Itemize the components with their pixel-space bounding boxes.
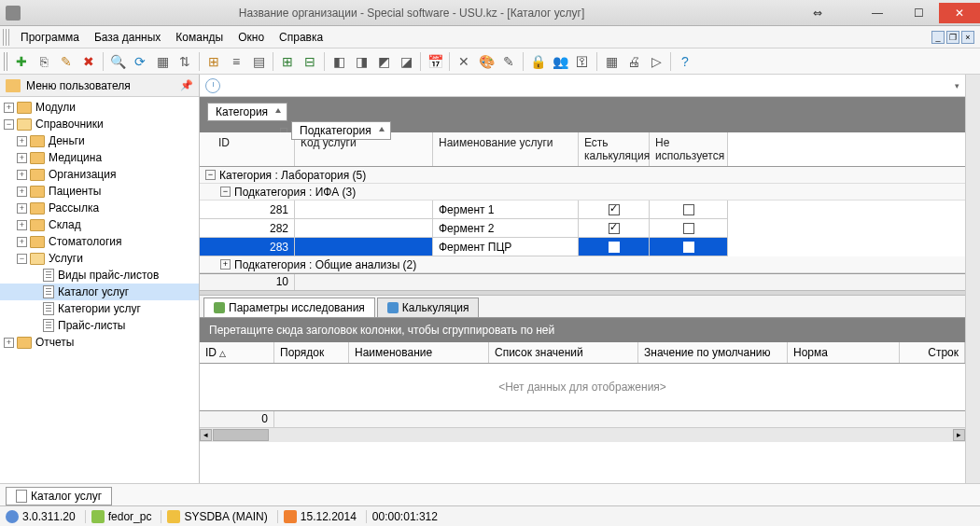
minimize-button[interactable]: — [857,3,898,23]
action2-button[interactable]: ◨ [351,51,371,72]
group-chip-category[interactable]: Категория [207,103,287,121]
add-button[interactable]: ✚ [11,51,32,72]
tree-services[interactable]: −Услуги [0,250,199,267]
col-calc[interactable]: Есть калькуляция [579,132,650,166]
doc-tab-catalog[interactable]: Каталог услуг [6,487,112,505]
tree-categories[interactable]: Категории услуг [0,300,199,317]
tree-patients[interactable]: +Пациенты [0,183,199,200]
tree-pricelists[interactable]: Прайс-листы [0,317,199,334]
action1-button[interactable]: ◧ [329,51,349,72]
col-unused[interactable]: Не используется [650,132,728,166]
dcol-order[interactable]: Порядок [274,342,349,363]
mdi-min-button[interactable]: _ [931,31,945,44]
data-row-selected[interactable]: 283 Фермент ПЦР [200,238,965,256]
checkbox-icon [609,223,620,234]
v-scrollbar[interactable] [965,75,980,483]
users-button[interactable]: 👥 [550,51,570,72]
sidebar-header: Меню пользователя 📌 [0,75,199,97]
params-icon [214,302,225,313]
tree-money[interactable]: +Деньги [0,132,199,149]
export-xls-button[interactable]: ⊞ [277,51,298,72]
dcol-id[interactable]: ID △ [200,342,274,363]
tree-price-types[interactable]: Виды прайс-листов [0,267,199,284]
key-button[interactable]: ⚿ [572,51,593,72]
col-id[interactable]: ID [200,132,295,166]
mdi-restore-button[interactable]: ❐ [946,31,959,44]
group-chip-subcategory[interactable]: Подкатегория [291,121,391,140]
refresh-button[interactable]: ⟳ [130,51,150,72]
statusbar: 3.0.311.20 fedor_pc SYSDBA (MAIN) 15.12.… [0,505,980,526]
delete-button[interactable]: ✖ [78,51,99,72]
menubar-grip[interactable] [3,29,10,46]
sort-button[interactable]: ⇅ [175,51,195,72]
dcol-values[interactable]: Список значений [489,342,638,363]
tree-reports[interactable]: +Отчеты [0,334,199,351]
pin-icon[interactable]: 📌 [180,79,193,91]
group-row-ifa[interactable]: −Подкатегория : ИФА (3) [200,184,965,201]
lock-button[interactable]: 🔒 [527,51,548,72]
col-name[interactable]: Наименование услуги [433,132,579,166]
group-row-lab[interactable]: −Категория : Лаборатория (5) [200,167,965,184]
tree-warehouse[interactable]: +Склад [0,216,199,233]
group-row-common[interactable]: +Подкатегория : Общие анализы (2) [200,256,965,273]
tree-organization[interactable]: +Организация [0,166,199,183]
filter-button[interactable]: ▦ [152,51,173,72]
h-scrollbar[interactable]: ◂ ▸ [200,427,965,442]
detail-tabs: Параметры исследования Калькуляция [200,296,965,318]
host-icon [91,510,105,523]
data-row[interactable]: 281 Фермент 1 [200,201,965,219]
tree-directories[interactable]: −Справочники [0,116,199,132]
close-button[interactable]: ✕ [939,3,980,23]
tab-params[interactable]: Параметры исследования [203,298,375,317]
status-date: 15.12.2014 [301,510,357,523]
menu-program[interactable]: Программа [13,26,87,48]
scroll-right-icon[interactable]: ▸ [953,429,965,441]
action4-button[interactable]: ◪ [396,51,416,72]
tree-catalog[interactable]: Каталог услуг [0,284,199,300]
palette-button[interactable]: 🎨 [476,51,497,72]
toolbar-grip[interactable] [4,52,9,71]
maximize-button[interactable]: ☐ [898,3,939,23]
copy-button[interactable]: ⎘ [34,51,54,72]
tools-button[interactable]: ✕ [454,51,474,72]
dcol-default[interactable]: Значение по умолчанию [638,342,788,363]
dropdown-icon[interactable]: ▾ [955,81,959,90]
toolbar: ✚ ⎘ ✎ ✖ 🔍 ⟳ ▦ ⇅ ⊞ ≡ ▤ ⊞ ⊟ ◧ ◨ ◩ ◪ 📅 ✕ 🎨 … [0,48,980,75]
tree-stomatology[interactable]: +Стоматология [0,233,199,250]
notes-button[interactable]: ✎ [498,51,519,72]
edit-button[interactable]: ✎ [56,51,77,72]
dcol-rows[interactable]: Строк [900,342,965,363]
import-xls-button[interactable]: ⊟ [300,51,320,72]
menu-window[interactable]: Окно [231,26,272,48]
group-drop-hint[interactable]: Перетащите сюда заголовок колонки, чтобы… [200,318,965,342]
menu-help[interactable]: Справка [272,26,330,48]
menu-database[interactable]: База данных [87,26,168,48]
search-button[interactable]: 🔍 [107,51,128,72]
dcol-norm[interactable]: Норма [788,342,900,363]
action3-button[interactable]: ◩ [373,51,394,72]
group-by-zone[interactable]: Категория Подкатегория [200,97,965,132]
data-row[interactable]: 282 Фермент 2 [200,219,965,238]
scroll-thumb[interactable] [213,429,269,441]
dcol-name[interactable]: Наименование [349,342,489,363]
menu-commands[interactable]: Команды [168,26,231,48]
list-button[interactable]: ≡ [226,51,246,72]
columns-button[interactable]: ▤ [248,51,269,72]
tab-calc[interactable]: Калькуляция [377,298,480,317]
tree-button[interactable]: ⊞ [203,51,224,72]
calc-icon [387,302,399,313]
help-button[interactable]: ? [675,51,695,72]
tree-medicine[interactable]: +Медицина [0,149,199,166]
mdi-close-button[interactable]: × [961,31,974,44]
grid-button[interactable]: ▦ [601,51,622,72]
status-time: 00:00:01:312 [372,510,438,523]
tree-mailing[interactable]: +Рассылка [0,200,199,216]
preview-button[interactable]: ▷ [646,51,666,72]
clock-icon[interactable] [205,78,220,93]
tree-modules[interactable]: +Модули [0,99,199,116]
calendar-button[interactable]: 📅 [425,51,445,72]
print-button[interactable]: 🖨 [623,51,644,72]
scroll-left-icon[interactable]: ◂ [200,429,212,441]
content-area: ▾ Категория Подкатегория ID Код услуги Н… [200,75,980,483]
iconify-button[interactable]: ⇔ [797,3,838,23]
